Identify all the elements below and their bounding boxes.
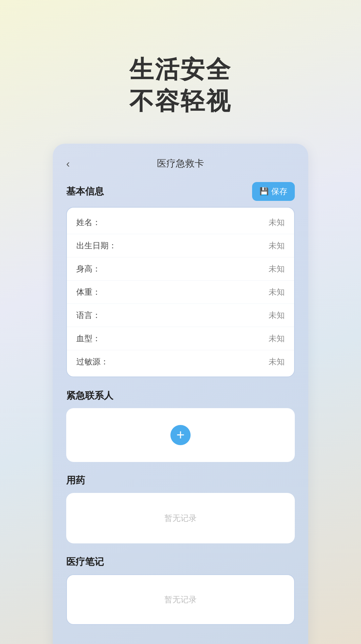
nav-bar: ‹ 医疗急救卡 xyxy=(66,157,295,170)
field-label: 姓名： xyxy=(76,217,101,228)
notes-title: 医疗笔记 xyxy=(66,556,104,568)
basic-info-section: 基本信息 💾 保存 姓名：未知出生日期：未知身高：未知体重：未知语言：未知血型：… xyxy=(66,182,295,377)
medication-header: 用药 xyxy=(66,474,295,487)
table-row: 体重：未知 xyxy=(67,281,294,304)
hero-line1: 生活安全 xyxy=(129,54,232,85)
medication-card: 暂无记录 xyxy=(66,493,295,543)
main-card: ‹ 医疗急救卡 基本信息 💾 保存 姓名：未知出生日期：未知身高：未知体重：未知… xyxy=(53,144,308,644)
table-row: 语言：未知 xyxy=(67,304,294,327)
medication-title: 用药 xyxy=(66,474,85,487)
table-row: 姓名：未知 xyxy=(67,211,294,234)
field-value: 未知 xyxy=(269,263,285,274)
table-row: 过敏源：未知 xyxy=(67,350,294,373)
field-value: 未知 xyxy=(269,310,285,321)
table-row: 血型：未知 xyxy=(67,327,294,350)
field-value: 未知 xyxy=(269,356,285,367)
notes-placeholder: 暂无记录 xyxy=(164,594,197,605)
save-button[interactable]: 💾 保存 xyxy=(252,182,295,201)
table-row: 身高：未知 xyxy=(67,257,294,281)
hero-section: 生活安全 不容轻视 xyxy=(129,0,232,117)
field-value: 未知 xyxy=(269,240,285,251)
emergency-contact-title: 紧急联系人 xyxy=(66,389,113,402)
basic-info-header: 基本信息 💾 保存 xyxy=(66,182,295,201)
back-icon: ‹ xyxy=(66,157,70,170)
basic-info-title: 基本信息 xyxy=(66,185,104,198)
medication-section: 用药 暂无记录 xyxy=(66,474,295,543)
emergency-contact-card: + xyxy=(66,408,295,462)
save-label: 保存 xyxy=(271,186,287,197)
save-icon: 💾 xyxy=(259,187,269,196)
page-title: 医疗急救卡 xyxy=(157,157,204,170)
table-row: 出生日期：未知 xyxy=(67,234,294,257)
field-label: 身高： xyxy=(76,263,101,274)
field-value: 未知 xyxy=(269,287,285,297)
notes-section: 医疗笔记 暂无记录 xyxy=(66,556,295,625)
field-label: 体重： xyxy=(76,287,101,297)
field-label: 出生日期： xyxy=(76,240,117,251)
add-contact-button[interactable]: + xyxy=(170,425,191,445)
field-value: 未知 xyxy=(269,333,285,344)
emergency-contact-header: 紧急联系人 xyxy=(66,389,295,402)
field-label: 过敏源： xyxy=(76,356,109,367)
notes-card: 暂无记录 xyxy=(66,574,295,625)
field-label: 血型： xyxy=(76,333,101,344)
notes-header: 医疗笔记 xyxy=(66,556,295,568)
basic-info-card: 姓名：未知出生日期：未知身高：未知体重：未知语言：未知血型：未知过敏源：未知 xyxy=(66,207,295,377)
emergency-contact-section: 紧急联系人 + xyxy=(66,389,295,462)
field-label: 语言： xyxy=(76,310,101,321)
medication-placeholder: 暂无记录 xyxy=(164,513,197,524)
field-value: 未知 xyxy=(269,217,285,228)
back-button[interactable]: ‹ xyxy=(66,158,70,169)
hero-line2: 不容轻视 xyxy=(129,85,232,117)
add-icon: + xyxy=(176,428,185,442)
